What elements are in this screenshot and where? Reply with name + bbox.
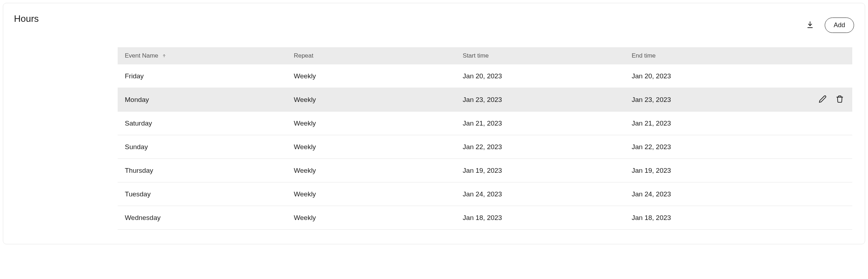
cell-end-time: Jan 23, 2023 <box>624 88 793 112</box>
table-row[interactable]: WednesdayWeeklyJan 18, 2023Jan 18, 2023 <box>118 206 852 230</box>
cell-repeat: Weekly <box>286 112 455 135</box>
sort-ascending-icon <box>162 54 166 58</box>
cell-start-time: Jan 19, 2023 <box>456 159 624 182</box>
pencil-icon <box>819 95 827 104</box>
cell-actions <box>794 135 852 159</box>
table-row[interactable]: SaturdayWeeklyJan 21, 2023Jan 21, 2023 <box>118 112 852 135</box>
cell-repeat: Weekly <box>286 88 455 112</box>
cell-start-time: Jan 23, 2023 <box>456 88 624 112</box>
cell-repeat: Weekly <box>286 135 455 159</box>
table-row[interactable]: ThursdayWeeklyJan 19, 2023Jan 19, 2023 <box>118 159 852 182</box>
page-title: Hours <box>14 13 39 24</box>
column-header-end-time[interactable]: End time <box>624 47 793 64</box>
cell-repeat: Weekly <box>286 206 455 230</box>
table-container: Event Name Repeat <box>118 47 852 230</box>
table-row[interactable]: FridayWeeklyJan 20, 2023Jan 20, 2023 <box>118 64 852 88</box>
add-button[interactable]: Add <box>825 18 854 33</box>
table-row[interactable]: TuesdayWeeklyJan 24, 2023Jan 24, 2023 <box>118 182 852 206</box>
cell-repeat: Weekly <box>286 159 455 182</box>
cell-end-time: Jan 20, 2023 <box>624 64 793 88</box>
row-actions <box>801 94 845 106</box>
cell-actions <box>794 112 852 135</box>
cell-end-time: Jan 18, 2023 <box>624 206 793 230</box>
cell-event-name: Sunday <box>118 135 286 159</box>
column-header-actions <box>794 47 852 64</box>
column-label: Event Name <box>125 52 158 59</box>
cell-end-time: Jan 21, 2023 <box>624 112 793 135</box>
cell-start-time: Jan 18, 2023 <box>456 206 624 230</box>
column-header-start-time[interactable]: Start time <box>456 47 624 64</box>
card-header: Hours Add <box>14 13 854 33</box>
table-row[interactable]: SundayWeeklyJan 22, 2023Jan 22, 2023 <box>118 135 852 159</box>
cell-end-time: Jan 22, 2023 <box>624 135 793 159</box>
hours-table: Event Name Repeat <box>118 47 852 230</box>
table-row[interactable]: MondayWeeklyJan 23, 2023Jan 23, 2023 <box>118 88 852 112</box>
cell-event-name: Saturday <box>118 112 286 135</box>
cell-actions <box>794 182 852 206</box>
edit-button[interactable] <box>817 94 828 106</box>
hours-card: Hours Add Event Name <box>3 3 865 244</box>
table-header-row: Event Name Repeat <box>118 47 852 64</box>
cell-start-time: Jan 22, 2023 <box>456 135 624 159</box>
cell-actions <box>794 206 852 230</box>
cell-event-name: Monday <box>118 88 286 112</box>
column-header-event-name[interactable]: Event Name <box>118 47 286 64</box>
column-label: Repeat <box>294 52 313 59</box>
cell-start-time: Jan 20, 2023 <box>456 64 624 88</box>
cell-event-name: Wednesday <box>118 206 286 230</box>
cell-event-name: Tuesday <box>118 182 286 206</box>
cell-end-time: Jan 19, 2023 <box>624 159 793 182</box>
download-icon <box>806 21 814 30</box>
cell-repeat: Weekly <box>286 64 455 88</box>
column-header-repeat[interactable]: Repeat <box>286 47 455 64</box>
cell-event-name: Thursday <box>118 159 286 182</box>
delete-button[interactable] <box>834 94 845 106</box>
cell-actions <box>794 159 852 182</box>
column-label: End time <box>632 52 656 59</box>
cell-actions <box>794 64 852 88</box>
cell-repeat: Weekly <box>286 182 455 206</box>
cell-event-name: Friday <box>118 64 286 88</box>
column-label: Start time <box>463 52 489 59</box>
download-button[interactable] <box>804 19 816 32</box>
header-actions: Add <box>804 18 854 33</box>
trash-icon <box>836 95 844 104</box>
cell-actions <box>794 88 852 112</box>
cell-start-time: Jan 21, 2023 <box>456 112 624 135</box>
cell-end-time: Jan 24, 2023 <box>624 182 793 206</box>
cell-start-time: Jan 24, 2023 <box>456 182 624 206</box>
